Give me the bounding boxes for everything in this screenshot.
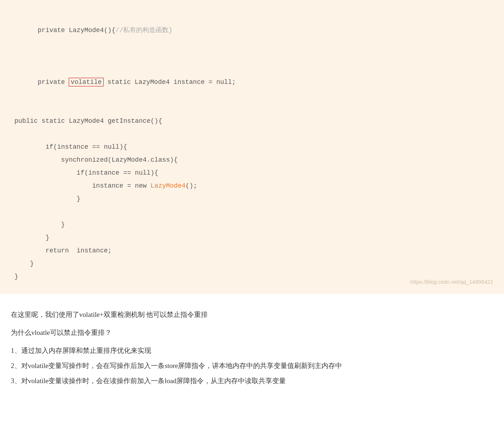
- code-line-10: instance = new LazyMode4();: [14, 179, 490, 192]
- code-line-volatile: private volatile static LazyMode4 instan…: [14, 63, 490, 102]
- code-line-14: }: [14, 231, 490, 244]
- code-line-blank-2: [14, 102, 490, 115]
- text-para1: 在这里呢，我们使用了volatile+双重检测机制 他可以禁止指令重排: [11, 308, 493, 321]
- page-container: private LazyMode4(){//私有的构造函数} private v…: [0, 0, 504, 404]
- code-line-5: public static LazyMode4 getInstance(){: [14, 115, 490, 127]
- text-item2: 2、对volatile变量写操作时，会在写操作后加入一条store屏障指令，讲本…: [11, 359, 493, 372]
- code-private: private: [38, 78, 69, 86]
- code-line-8: synchronized(LazyMode4.class){: [14, 153, 490, 166]
- code-volatile-keyword: volatile: [69, 78, 103, 86]
- code-line-7: if(instance == null){: [14, 140, 490, 153]
- watermark: https://blog.csdn.net/qq_14996421: [410, 277, 493, 287]
- text-item1: 1、通过加入内存屏障和禁止重排序优化来实现: [11, 344, 493, 357]
- code-after-volatile: static LazyMode4 instance = null;: [104, 78, 236, 86]
- code-line-blank-4: [14, 205, 490, 218]
- code-line-13: }: [14, 218, 490, 231]
- code-block: private LazyMode4(){//私有的构造函数} private v…: [0, 0, 504, 294]
- code-line-blank-3: [14, 127, 490, 140]
- code-line-16: }: [14, 257, 490, 270]
- text-content: 在这里呢，我们使用了volatile+双重检测机制 他可以禁止指令重排 为什么v…: [0, 294, 504, 404]
- code-line-1: private LazyMode4(){//私有的构造函数}: [14, 11, 490, 50]
- code-line-9: if(instance == null){: [14, 166, 490, 179]
- code-text: private LazyMode4(){: [38, 27, 116, 34]
- code-line-11: }: [14, 192, 490, 205]
- code-comment-1: //私有的构造函数}: [116, 27, 172, 34]
- code-line-15: return instance;: [14, 244, 490, 257]
- text-item3: 3、对volatile变量读操作时，会在读操作前加入一条load屏障指令，从主内…: [11, 374, 493, 387]
- code-lazymode4-new: LazyMode4: [150, 182, 185, 189]
- code-line-blank-1: [14, 50, 490, 63]
- text-para2: 为什么vloatle可以禁止指令重排？: [11, 326, 493, 339]
